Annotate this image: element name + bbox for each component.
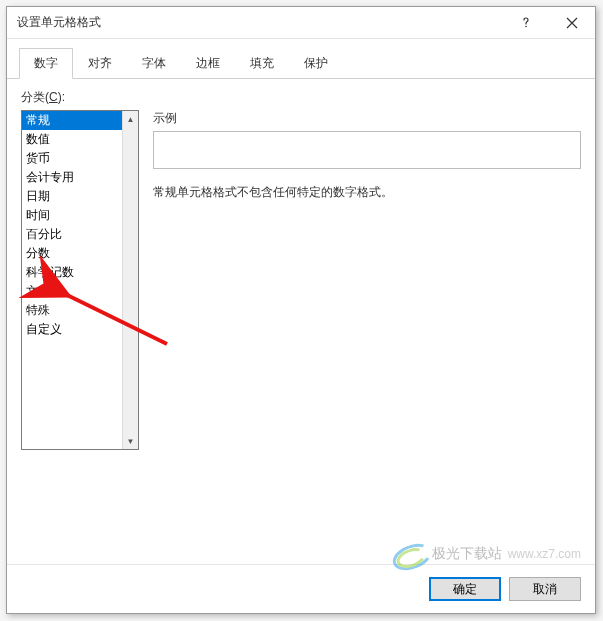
- watermark: 极光下载站 www.xz7.com: [392, 543, 581, 565]
- tabstrip: 数字对齐字体边框填充保护: [7, 39, 595, 79]
- tab-1[interactable]: 对齐: [73, 48, 127, 79]
- category-label: 分类(C):: [21, 89, 581, 106]
- listbox-scrollbar[interactable]: ▲ ▼: [122, 111, 138, 449]
- sample-box: [153, 131, 581, 169]
- watermark-url: www.xz7.com: [508, 547, 581, 561]
- tab-4[interactable]: 填充: [235, 48, 289, 79]
- category-item[interactable]: 分数: [22, 244, 122, 263]
- category-item[interactable]: 文本: [22, 282, 122, 301]
- category-item[interactable]: 时间: [22, 206, 122, 225]
- scroll-down-arrow-icon[interactable]: ▼: [123, 433, 139, 449]
- watermark-logo-icon: [392, 543, 428, 565]
- right-pane: 示例 常规单元格格式不包含任何特定的数字格式。: [139, 110, 581, 450]
- dialog-footer: 确定 取消: [7, 564, 595, 613]
- titlebar: 设置单元格格式: [7, 7, 595, 39]
- tab-5[interactable]: 保护: [289, 48, 343, 79]
- category-item[interactable]: 日期: [22, 187, 122, 206]
- scroll-up-arrow-icon[interactable]: ▲: [123, 111, 139, 127]
- watermark-brand: 极光下载站: [432, 545, 502, 563]
- help-icon: [520, 17, 532, 29]
- category-item[interactable]: 自定义: [22, 320, 122, 339]
- category-item[interactable]: 百分比: [22, 225, 122, 244]
- category-item[interactable]: 货币: [22, 149, 122, 168]
- category-item[interactable]: 特殊: [22, 301, 122, 320]
- close-icon: [566, 17, 578, 29]
- content-area: 分类(C): 常规数值货币会计专用日期时间百分比分数科学记数文本特殊自定义 ▲ …: [7, 79, 595, 564]
- category-item[interactable]: 科学记数: [22, 263, 122, 282]
- svg-point-0: [525, 25, 527, 27]
- category-label-suffix: ):: [58, 90, 65, 104]
- category-label-key: C: [49, 90, 58, 104]
- category-item[interactable]: 常规: [22, 111, 122, 130]
- ok-button[interactable]: 确定: [429, 577, 501, 601]
- dialog-title: 设置单元格格式: [17, 14, 503, 31]
- category-listbox[interactable]: 常规数值货币会计专用日期时间百分比分数科学记数文本特殊自定义 ▲ ▼: [21, 110, 139, 450]
- tab-3[interactable]: 边框: [181, 48, 235, 79]
- format-description: 常规单元格格式不包含任何特定的数字格式。: [153, 183, 581, 201]
- tab-0[interactable]: 数字: [19, 48, 73, 79]
- tab-2[interactable]: 字体: [127, 48, 181, 79]
- close-button[interactable]: [549, 7, 595, 39]
- category-item[interactable]: 数值: [22, 130, 122, 149]
- cancel-button[interactable]: 取消: [509, 577, 581, 601]
- body-row: 常规数值货币会计专用日期时间百分比分数科学记数文本特殊自定义 ▲ ▼ 示例 常规…: [21, 110, 581, 450]
- category-item[interactable]: 会计专用: [22, 168, 122, 187]
- category-label-prefix: 分类(: [21, 90, 49, 104]
- help-button[interactable]: [503, 7, 549, 39]
- sample-label: 示例: [153, 110, 581, 127]
- format-cells-dialog: 设置单元格格式 数字对齐字体边框填充保护 分类(C): 常规数值货币会计专用日期…: [6, 6, 596, 614]
- category-list-inner: 常规数值货币会计专用日期时间百分比分数科学记数文本特殊自定义: [22, 111, 122, 449]
